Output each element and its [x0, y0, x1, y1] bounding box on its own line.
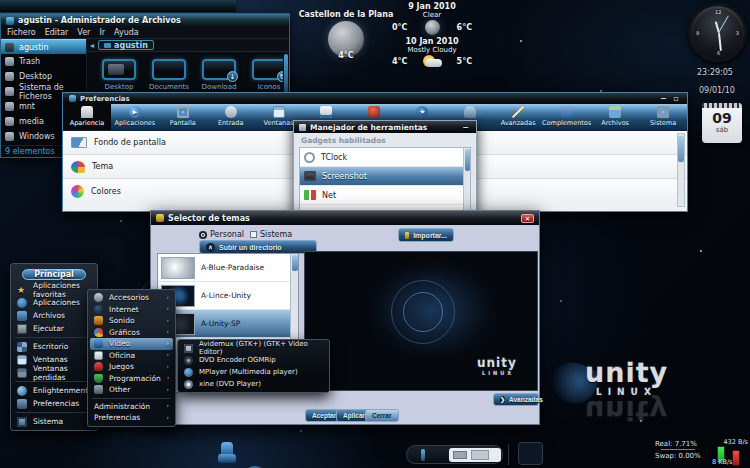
menu-fichero[interactable]: Fichero	[7, 28, 36, 37]
theme-selector-titlebar[interactable]: Selector de temas ×	[151, 211, 539, 225]
tab-apariencia[interactable]: Apariencia	[63, 104, 111, 130]
menu-item-preferencias[interactable]: Preferencias ›	[11, 397, 97, 410]
menu-item-aplicaciones[interactable]: Aplicaciones ›	[11, 296, 97, 309]
weather-gadget-forecast[interactable]: 9 Jan 2010 Clear 0°C 6°C 10 Jan 2010 Mos…	[392, 2, 472, 60]
tab-pantalla[interactable]: Pantalla	[159, 104, 207, 130]
preferences-scrollbar[interactable]	[677, 133, 685, 207]
folder-icon	[152, 59, 186, 80]
menu-item-enlightenment[interactable]: Enlightenment ›	[11, 384, 97, 397]
logo-title: unity	[585, 357, 668, 388]
menu-item-ejecutar[interactable]: Ejecutar	[11, 322, 97, 335]
folder-globe-icon	[609, 106, 621, 118]
gadget-list-scrollbar[interactable]	[463, 148, 470, 211]
theme-item-lince-unity[interactable]: A-Lince-Unity	[158, 282, 298, 310]
weather-gadget-current[interactable]: Castellon de la Plana 4°C	[296, 10, 396, 62]
analog-clock[interactable]: 12 3 6 9	[688, 3, 747, 62]
submenu-arrow-icon: ›	[166, 351, 169, 359]
menu-ayuda[interactable]: Ayuda	[114, 28, 139, 37]
menu-item-ventanas-perdidas[interactable]: Ventanas perdidas ›	[11, 366, 97, 379]
dock-pager[interactable]	[406, 445, 503, 464]
window-controls[interactable]: − ▫	[660, 94, 681, 103]
dock-launcher-icon[interactable]	[518, 442, 543, 465]
menu-item-escritorio[interactable]: Escritorio ›	[11, 340, 97, 353]
tab-sistema[interactable]: Sistema	[639, 104, 687, 130]
digital-clock[interactable]: 23:29:05	[697, 68, 733, 77]
menu-item-sistema[interactable]: Sistema	[11, 415, 97, 428]
tab-avanzadas[interactable]: Avanzadas	[494, 104, 542, 130]
advanced-button[interactable]: ❯ Avanzadas	[493, 393, 539, 406]
tab-archivos[interactable]: Archivos	[591, 104, 639, 130]
clock-gadget-icon	[304, 152, 315, 163]
tab-entrada[interactable]: Entrada	[207, 104, 255, 130]
radio-sistema[interactable]: Sistema	[250, 230, 292, 239]
back-button[interactable]: ◂	[90, 41, 94, 50]
import-button[interactable]: Importar...	[398, 228, 454, 242]
submenu-item-accesorios[interactable]: Accesorios ›	[88, 292, 175, 304]
tab-complementos[interactable]: Complementos	[542, 104, 591, 130]
calendar-gadget[interactable]: 09 sáb	[702, 103, 742, 143]
gadget-item-net[interactable]: Net	[300, 186, 470, 205]
date-display[interactable]: 09/01/10	[699, 86, 735, 95]
sidebar-item-agustin[interactable]: agustin	[1, 39, 86, 54]
minimize-button[interactable]: −	[462, 123, 471, 132]
submenu-arrow-icon: ›	[166, 340, 169, 348]
run-icon	[17, 324, 27, 334]
appearance-icon	[81, 106, 93, 118]
menu-item-aplicaciones-favoritas[interactable]: ★ Aplicaciones favoritas ›	[11, 283, 97, 296]
theme-selector-title: Selector de temas	[168, 214, 250, 223]
close-window-button[interactable]: Cerrar	[365, 409, 399, 422]
enlightenment-icon	[17, 386, 27, 396]
submenu-item-programacion[interactable]: Programación ›	[88, 373, 175, 385]
submenu-item-oficina[interactable]: Oficina ›	[88, 350, 175, 362]
submenu-item-sonido[interactable]: Sonido ›	[88, 315, 175, 327]
gadget-manager-titlebar[interactable]: Manejador de herramientas −	[294, 121, 476, 133]
submenu-item-internet[interactable]: Internet ›	[88, 304, 175, 316]
theme-selector-icon	[156, 214, 164, 222]
mostly-cloudy-icon	[423, 55, 441, 67]
video-icon	[94, 339, 103, 348]
file-item-download[interactable]: ↓ Download	[199, 59, 239, 91]
download-folder-icon: ↓	[202, 59, 236, 80]
menu-ver[interactable]: Ver	[77, 28, 90, 37]
radio-personal[interactable]: Personal	[199, 230, 244, 239]
import-icon	[405, 232, 409, 239]
submenu-item-video[interactable]: Vídeo ›	[90, 338, 173, 350]
file-manager-titlebar[interactable]: agustin - Administrador de Archivos	[1, 14, 289, 27]
submenu-item-preferencias[interactable]: Preferencias ›	[88, 412, 175, 424]
sidebar-item-trash[interactable]: Trash	[1, 54, 86, 69]
close-button[interactable]: ×	[521, 214, 534, 223]
submenu-item-juegos[interactable]: Juegos ›	[88, 361, 175, 373]
folder-icon	[104, 43, 111, 48]
gadget-item-tclock[interactable]: TClock	[300, 148, 470, 167]
menu-item-avidemux[interactable]: Avidemux (GTK+) (GTK+ Video Editor)	[178, 342, 329, 354]
dock-chair-icon[interactable]	[215, 442, 239, 466]
submenu-item-other[interactable]: Other ›	[88, 384, 175, 396]
submenu-arrow-icon: ›	[166, 305, 169, 313]
menu-ir[interactable]: Ir	[99, 28, 105, 37]
submenu-item-graficos[interactable]: Gráficos ›	[88, 327, 175, 339]
desktop-grid-icon	[17, 342, 27, 352]
theme-item-unity-sp[interactable]: A-Unity-SP	[158, 310, 298, 338]
menu-editar[interactable]: Editar	[45, 28, 69, 37]
top-shelf[interactable]	[0, 0, 236, 13]
net-gadget[interactable]: 432 B/s 8 KB/s	[700, 438, 750, 468]
file-manager-menubar: Fichero Editar Ver Ir Ayuda	[1, 27, 289, 39]
forecast-date-1: 9 Jan 2010	[392, 2, 472, 11]
file-item-documents[interactable]: Documents	[149, 59, 189, 91]
file-item-desktop[interactable]: Desktop	[99, 59, 139, 91]
tab-aplicaciones[interactable]: ▶ Aplicaciones	[111, 104, 159, 130]
menu-item-xine[interactable]: xine (DVD Player)	[178, 378, 329, 390]
preferences-titlebar[interactable]: Preferencias − ▫	[63, 93, 687, 104]
gadget-item-screenshot[interactable]: Screenshot	[300, 167, 470, 186]
theme-item-blue-paradaise[interactable]: A-Blue-Paradaise	[158, 254, 298, 282]
screen-icon	[177, 106, 189, 118]
menu-item-archivos[interactable]: Archivos ›	[11, 309, 97, 322]
submenu-item-administracion[interactable]: Administración ›	[88, 401, 175, 413]
sound-icon	[94, 316, 103, 325]
file-manager-app-icon	[6, 17, 14, 25]
menu-item-mplayer[interactable]: MPlayer (Multimedia player)	[178, 366, 329, 378]
gadget-manager-title: Manejador de herramientas	[310, 123, 427, 132]
up-directory-button[interactable]: ∧ Subir un directorio	[199, 240, 317, 254]
path-chip[interactable]: agustin	[98, 40, 154, 50]
forecast-low-2: 4°C	[392, 57, 407, 66]
